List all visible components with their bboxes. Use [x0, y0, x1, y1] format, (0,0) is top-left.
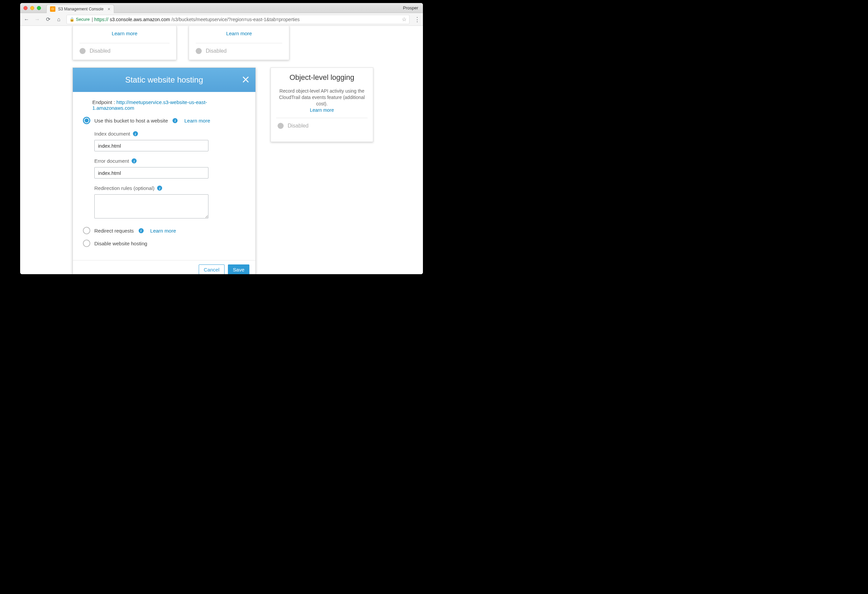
browser-tab[interactable]: S3 Management Console ×	[46, 4, 114, 13]
url-host: s3.console.aws.amazon.com	[110, 17, 170, 22]
option-label: Redirect requests	[94, 228, 134, 234]
radio-selected-icon[interactable]	[83, 117, 90, 124]
info-icon[interactable]: i	[139, 228, 144, 233]
nav-reload-icon[interactable]: ⟳	[45, 16, 51, 22]
status-row: Disabled	[189, 43, 289, 54]
status-dot-icon	[196, 48, 202, 54]
url-path: /s3/buckets/meetupservice/?region=us-eas…	[171, 17, 300, 22]
option-label: Use this bucket to host a website	[94, 118, 168, 124]
info-icon[interactable]: i	[157, 186, 162, 191]
object-level-logging-card[interactable]: Object-level logging Record object-level…	[270, 68, 373, 142]
panel-header: Static website hosting	[73, 68, 255, 92]
address-bar[interactable]: 🔒 Secure | https://s3.console.aws.amazon…	[66, 15, 409, 24]
index-document-label: Index document i	[94, 131, 245, 137]
page-content: Learn more Disabled Learn more Disabled	[20, 26, 423, 274]
tab-title: S3 Management Console	[58, 7, 103, 12]
nav-home-icon[interactable]: ⌂	[56, 16, 62, 22]
host-website-form: Index document i Error document i Redire…	[94, 131, 245, 220]
aws-favicon-icon	[50, 6, 55, 12]
status-row: Disabled	[73, 43, 176, 54]
nav-forward-icon[interactable]: →	[34, 16, 40, 22]
learn-more-link[interactable]: Learn more	[151, 228, 176, 234]
endpoint-row: Endpoint : http://meetupservice.s3-websi…	[92, 99, 245, 111]
browser-menu-icon[interactable]: ⋮	[414, 16, 419, 22]
status-dot-icon	[80, 48, 86, 54]
option-redirect-requests[interactable]: Redirect requests i Learn more	[83, 227, 245, 234]
learn-more-link[interactable]: Learn more	[310, 108, 334, 113]
option-disable-hosting[interactable]: Disable website hosting	[83, 240, 245, 247]
window-controls	[24, 6, 41, 10]
panel-title: Static website hosting	[125, 75, 203, 85]
bookmark-star-icon[interactable]: ☆	[402, 16, 406, 22]
radio-unselected-icon[interactable]	[83, 240, 90, 247]
cancel-button[interactable]: Cancel	[199, 264, 224, 274]
index-document-input[interactable]	[94, 140, 208, 151]
info-icon[interactable]: i	[173, 118, 177, 123]
save-button[interactable]: Save	[228, 264, 249, 274]
learn-more-link[interactable]: Learn more	[189, 26, 289, 36]
property-card[interactable]: Learn more Disabled	[189, 26, 289, 60]
nav-back-icon[interactable]: ←	[24, 16, 30, 22]
close-icon[interactable]	[242, 75, 249, 85]
browser-toolbar: ← → ⟳ ⌂ 🔒 Secure | https://s3.console.aw…	[20, 13, 423, 26]
window-close-icon[interactable]	[24, 6, 28, 10]
info-icon[interactable]: i	[133, 131, 138, 136]
card-title: Object-level logging	[276, 73, 368, 82]
redirect-rules-textarea[interactable]	[94, 194, 208, 218]
learn-more-link[interactable]: Learn more	[184, 118, 210, 124]
status-dot-icon	[278, 123, 283, 129]
browser-window: S3 Management Console × Prosper ← → ⟳ ⌂ …	[20, 3, 423, 274]
error-document-input[interactable]	[94, 167, 208, 178]
info-icon[interactable]: i	[131, 158, 137, 164]
redirect-rules-label: Redirection rules (optional) i	[94, 185, 245, 191]
option-label: Disable website hosting	[94, 240, 148, 246]
static-website-hosting-panel: Static website hosting Endpoint : http:/…	[72, 68, 256, 274]
window-zoom-icon[interactable]	[37, 6, 41, 10]
status-row: Disabled	[276, 118, 368, 129]
panel-body: Endpoint : http://meetupservice.s3-websi…	[73, 92, 255, 247]
card-description: Record object-level API activity using t…	[276, 88, 368, 107]
window-minimize-icon[interactable]	[30, 6, 34, 10]
option-host-website[interactable]: Use this bucket to host a website i Lear…	[83, 117, 245, 124]
error-document-label: Error document i	[94, 158, 245, 164]
tab-close-icon[interactable]: ×	[108, 6, 110, 12]
learn-more-link[interactable]: Learn more	[73, 26, 176, 36]
lock-icon: 🔒	[69, 17, 75, 22]
status-text: Disabled	[206, 48, 227, 54]
url-scheme: https://	[94, 17, 108, 22]
status-text: Disabled	[90, 48, 111, 54]
status-text: Disabled	[288, 123, 309, 129]
secure-label: Secure	[76, 17, 90, 22]
browser-profile[interactable]: Prosper	[403, 5, 418, 10]
panel-footer: Cancel Save	[73, 260, 255, 274]
endpoint-label: Endpoint :	[92, 99, 117, 105]
title-bar: S3 Management Console × Prosper	[20, 3, 423, 13]
property-card[interactable]: Learn more Disabled	[72, 26, 177, 60]
radio-unselected-icon[interactable]	[83, 227, 90, 234]
